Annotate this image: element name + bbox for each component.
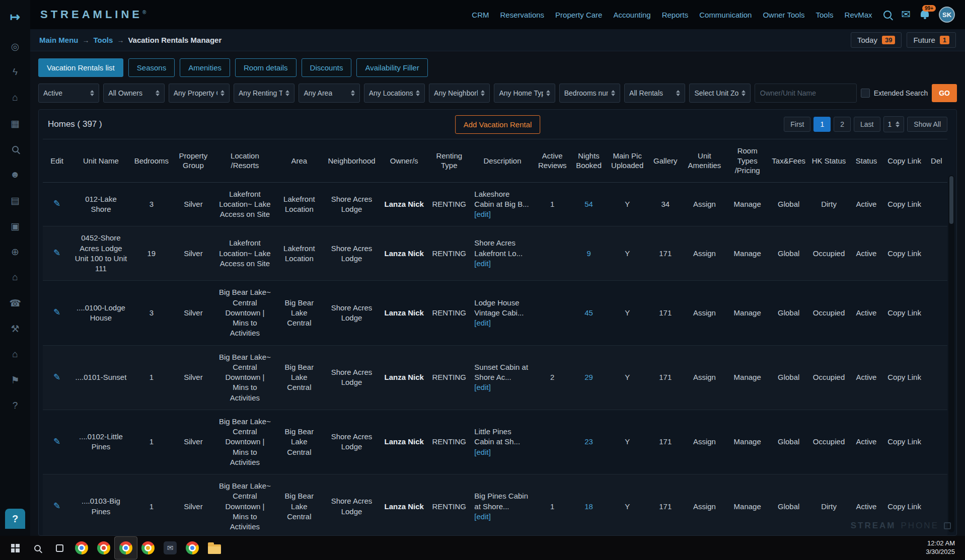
- copy-link[interactable]: Copy Link: [887, 437, 921, 446]
- search-icon[interactable]: [883, 11, 892, 19]
- taskbar-search-button[interactable]: [26, 537, 48, 559]
- arrow-right-icon[interactable]: ↦: [5, 7, 25, 27]
- filter-home-type-select[interactable]: Any Home Type: [494, 84, 555, 103]
- filter-locations-select[interactable]: Any Locations/Resort: [364, 84, 425, 103]
- filter-owners-select[interactable]: All Owners: [103, 84, 164, 103]
- manage-room-types-link[interactable]: Manage: [734, 200, 761, 208]
- globe-icon[interactable]: ⊕: [5, 242, 25, 262]
- scrollbar-thumb[interactable]: [949, 176, 953, 224]
- tab-discounts[interactable]: Discounts: [302, 58, 352, 77]
- house-icon[interactable]: ⌂: [5, 267, 25, 287]
- nav-crm[interactable]: CRM: [472, 11, 489, 19]
- nav-owner-tools[interactable]: Owner Tools: [763, 11, 804, 19]
- nav-revmax[interactable]: RevMax: [845, 11, 872, 19]
- owner-unit-name-input[interactable]: [755, 84, 857, 103]
- description-edit-link[interactable]: [edit]: [474, 210, 491, 218]
- tax-fees-link[interactable]: Global: [778, 200, 799, 208]
- filter-property-group-select[interactable]: Any Property Group: [169, 84, 230, 103]
- manage-room-types-link[interactable]: Manage: [734, 502, 761, 511]
- table-scrollbar[interactable]: [948, 175, 954, 532]
- flag-icon[interactable]: ⚑: [5, 370, 25, 390]
- edit-icon[interactable]: ✎: [53, 372, 60, 382]
- nights-booked-link[interactable]: 45: [584, 308, 593, 317]
- nights-booked-link[interactable]: 54: [584, 200, 593, 208]
- nights-booked-link[interactable]: 9: [586, 249, 590, 258]
- flash-icon[interactable]: ϟ: [5, 62, 25, 82]
- nav-reservations[interactable]: Reservations: [500, 11, 545, 19]
- filter-status-select[interactable]: Active: [38, 84, 99, 103]
- copy-link[interactable]: Copy Link: [887, 308, 921, 317]
- assign-amenities-link[interactable]: Assign: [693, 249, 716, 258]
- taskbar-app-chrome-active[interactable]: [115, 537, 137, 559]
- assign-amenities-link[interactable]: Assign: [693, 502, 716, 511]
- taskbar-app-chrome-1[interactable]: [70, 537, 93, 559]
- nav-communication[interactable]: Communication: [699, 11, 752, 19]
- taskbar-app-explorer[interactable]: [203, 537, 226, 559]
- show-all-button[interactable]: Show All: [907, 117, 947, 132]
- manage-room-types-link[interactable]: Manage: [734, 373, 761, 381]
- users-icon[interactable]: ☻: [5, 165, 25, 185]
- avatar[interactable]: SK: [939, 7, 955, 23]
- pagination-first-button[interactable]: First: [784, 117, 810, 132]
- nav-property-care[interactable]: Property Care: [555, 11, 602, 19]
- manage-room-types-link[interactable]: Manage: [734, 249, 761, 258]
- search-icon[interactable]: [5, 139, 25, 159]
- home-icon[interactable]: ⌂: [5, 88, 25, 108]
- tax-fees-link[interactable]: Global: [778, 502, 799, 511]
- edit-icon[interactable]: ✎: [53, 248, 60, 258]
- tab-room-details[interactable]: Room details: [235, 58, 296, 77]
- description-edit-link[interactable]: [edit]: [474, 259, 491, 268]
- pagination-page-1-button[interactable]: 1: [813, 117, 831, 132]
- nav-tools[interactable]: Tools: [816, 11, 834, 19]
- tax-fees-link[interactable]: Global: [778, 249, 799, 258]
- page-select[interactable]: 1: [883, 116, 905, 132]
- tab-amenities[interactable]: Amenities: [180, 58, 230, 77]
- phone-icon[interactable]: ☎: [5, 293, 25, 313]
- taskbar-app-mail[interactable]: ✉: [159, 537, 181, 559]
- task-view-button[interactable]: [48, 537, 70, 559]
- assign-amenities-link[interactable]: Assign: [693, 200, 716, 208]
- help-icon[interactable]: ?: [5, 395, 25, 416]
- clipboard-icon[interactable]: ▤: [5, 190, 25, 210]
- copy-link[interactable]: Copy Link: [887, 502, 921, 511]
- mail-icon[interactable]: ✉: [902, 9, 911, 20]
- nights-booked-link[interactable]: 23: [584, 437, 593, 446]
- start-button[interactable]: [4, 537, 26, 559]
- edit-icon[interactable]: ✎: [53, 199, 60, 208]
- tab-availability-filler[interactable]: Availability Filler: [356, 58, 427, 77]
- assign-amenities-link[interactable]: Assign: [693, 373, 716, 381]
- assign-amenities-link[interactable]: Assign: [693, 437, 716, 446]
- tab-vacation-rentals-list[interactable]: Vacation Rentals list: [38, 58, 123, 77]
- home-dollar-icon[interactable]: ⌂: [5, 344, 25, 364]
- filter-bedrooms-select[interactable]: Bedrooms number: [559, 84, 620, 103]
- description-edit-link[interactable]: [edit]: [474, 448, 491, 456]
- nav-accounting[interactable]: Accounting: [613, 11, 650, 19]
- breadcrumb-tools[interactable]: Tools: [94, 36, 113, 44]
- filter-unit-zone-select[interactable]: Select Unit Zone: [689, 84, 750, 103]
- nav-reports[interactable]: Reports: [662, 11, 689, 19]
- help-badge-button[interactable]: ?: [5, 509, 25, 529]
- go-button[interactable]: GO: [932, 84, 957, 102]
- manage-room-types-link[interactable]: Manage: [734, 308, 761, 317]
- taskbar-app-chrome-2[interactable]: [93, 537, 115, 559]
- filter-neighborhood-select[interactable]: Any Neighborhood: [429, 84, 490, 103]
- description-edit-link[interactable]: [edit]: [474, 383, 491, 391]
- nights-booked-link[interactable]: 18: [584, 502, 593, 511]
- nights-booked-link[interactable]: 29: [584, 373, 593, 381]
- folder-media-icon[interactable]: ▣: [5, 216, 25, 236]
- edit-icon[interactable]: ✎: [53, 307, 60, 317]
- future-button[interactable]: Future 1: [907, 32, 956, 48]
- copy-link[interactable]: Copy Link: [887, 200, 921, 208]
- breadcrumb-main-menu[interactable]: Main Menu: [39, 36, 79, 44]
- copy-link[interactable]: Copy Link: [887, 249, 921, 258]
- extended-search-checkbox[interactable]: [861, 89, 870, 98]
- filter-rentals-select[interactable]: All Rentals: [624, 84, 685, 103]
- taskbar-app-chrome-3[interactable]: [137, 537, 159, 559]
- description-edit-link[interactable]: [edit]: [474, 512, 491, 521]
- edit-icon[interactable]: ✎: [53, 501, 60, 511]
- pagination-last-button[interactable]: Last: [854, 117, 880, 132]
- copy-link[interactable]: Copy Link: [887, 373, 921, 381]
- manage-room-types-link[interactable]: Manage: [734, 437, 761, 446]
- taskbar-app-chrome-4[interactable]: [181, 537, 203, 559]
- location-icon[interactable]: ◎: [5, 36, 25, 56]
